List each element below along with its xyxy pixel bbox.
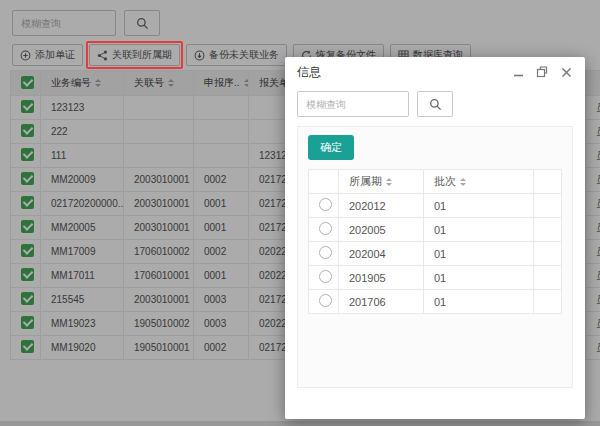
- row-radio[interactable]: [319, 246, 332, 259]
- period-row[interactable]: 20190501: [309, 266, 562, 290]
- dialog-body: 确定 所属期 批次 20201201 20200501: [285, 87, 585, 400]
- row-radio[interactable]: [319, 222, 332, 235]
- dialog-search-bar: [297, 91, 573, 117]
- search-icon: [429, 98, 442, 111]
- maximize-icon[interactable]: [535, 65, 549, 79]
- period-row[interactable]: 20200401: [309, 242, 562, 266]
- period-row[interactable]: 20170601: [309, 290, 562, 314]
- col-batch[interactable]: 批次: [424, 170, 534, 194]
- screen: 添加单证 关联到所属期 备份未关联业务: [0, 0, 600, 426]
- col-period[interactable]: 所属期: [339, 170, 424, 194]
- dialog-search-button[interactable]: [417, 91, 453, 117]
- row-radio[interactable]: [319, 294, 332, 307]
- row-radio[interactable]: [319, 270, 332, 283]
- info-dialog: 信息: [285, 57, 585, 419]
- period-panel: 确定 所属期 批次 20201201 20200501: [297, 126, 573, 388]
- dialog-fuzzy-search-input[interactable]: [297, 91, 409, 117]
- period-table: 所属期 批次 20201201 20200501 20200401 201905…: [308, 169, 562, 314]
- minimize-icon[interactable]: [511, 65, 525, 79]
- row-radio[interactable]: [319, 198, 332, 211]
- dialog-title: 信息: [297, 64, 321, 81]
- sort-icon[interactable]: [460, 175, 466, 189]
- period-header-row: 所属期 批次: [309, 170, 562, 194]
- dialog-header: 信息: [285, 57, 585, 87]
- period-row[interactable]: 20201201: [309, 194, 562, 218]
- sort-icon[interactable]: [386, 175, 392, 189]
- confirm-button[interactable]: 确定: [308, 135, 354, 160]
- period-row[interactable]: 20200501: [309, 218, 562, 242]
- close-icon[interactable]: [559, 65, 573, 79]
